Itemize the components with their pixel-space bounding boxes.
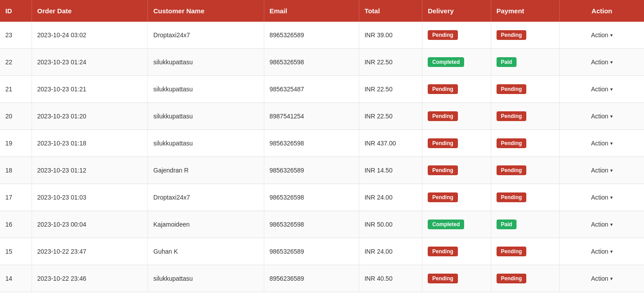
cell-customer-name: silukkupattasu (148, 130, 264, 157)
cell-customer-name: silukkupattasu (148, 103, 264, 130)
cell-id: 19 (0, 130, 32, 157)
payment-badge: Pending (497, 30, 526, 40)
table-row: 15 2023-10-22 23:47 Guhan K 9865326589 I… (0, 238, 644, 265)
cell-id: 15 (0, 238, 32, 265)
cell-order-date: 2023-10-23 01:12 (32, 157, 147, 184)
header-total: Total (359, 0, 422, 22)
header-action: Action (560, 0, 644, 22)
cell-delivery: Pending (422, 265, 491, 292)
table-row: 19 2023-10-23 01:18 silukkupattasu 98563… (0, 130, 644, 157)
cell-action[interactable]: Action (560, 103, 644, 130)
cell-email: 8965326589 (264, 22, 359, 49)
cell-delivery: Completed (422, 49, 491, 76)
delivery-badge: Pending (428, 84, 457, 94)
cell-action[interactable]: Action (560, 238, 644, 265)
payment-badge: Paid (497, 220, 517, 229)
action-button[interactable]: Action (588, 111, 616, 122)
cell-id: 22 (0, 49, 32, 76)
cell-delivery: Pending (422, 184, 491, 211)
cell-customer-name: Droptaxi24x7 (148, 184, 264, 211)
cell-id: 16 (0, 211, 32, 238)
cell-order-date: 2023-10-23 01:21 (32, 76, 147, 103)
cell-action[interactable]: Action (560, 76, 644, 103)
action-button[interactable]: Action (588, 138, 616, 149)
cell-payment: Pending (491, 22, 560, 49)
header-order-date: Order Date (32, 0, 147, 22)
cell-delivery: Pending (422, 157, 491, 184)
header-id: ID (0, 0, 32, 22)
action-button[interactable]: Action (588, 165, 616, 176)
action-button[interactable]: Action (588, 192, 616, 203)
delivery-badge: Completed (428, 57, 464, 67)
payment-badge: Pending (497, 84, 526, 94)
action-button[interactable]: Action (588, 219, 616, 230)
cell-payment: Pending (491, 130, 560, 157)
action-button[interactable]: Action (588, 57, 616, 67)
table-row: 20 2023-10-23 01:20 silukkupattasu 89875… (0, 103, 644, 130)
cell-id: 23 (0, 22, 32, 49)
cell-total: INR 24.00 (359, 238, 422, 265)
delivery-badge: Completed (428, 220, 464, 229)
cell-total: INR 40.50 (359, 265, 422, 292)
cell-email: 9865326598 (264, 211, 359, 238)
cell-customer-name: silukkupattasu (148, 76, 264, 103)
cell-action[interactable]: Action (560, 130, 644, 157)
header-payment: Payment (491, 0, 560, 22)
delivery-badge: Pending (428, 138, 457, 148)
header-row: ID Order Date Customer Name Email Total … (0, 0, 644, 22)
table-row: 18 2023-10-23 01:12 Gajendran R 98563265… (0, 157, 644, 184)
cell-total: INR 24.00 (359, 184, 422, 211)
payment-badge: Pending (497, 111, 526, 121)
cell-action[interactable]: Action (560, 49, 644, 76)
cell-total: INR 50.00 (359, 211, 422, 238)
orders-table: ID Order Date Customer Name Email Total … (0, 0, 644, 292)
action-button[interactable]: Action (588, 246, 616, 257)
cell-id: 14 (0, 265, 32, 292)
cell-email: 8987541254 (264, 103, 359, 130)
cell-customer-name: silukkupattasu (148, 265, 264, 292)
cell-order-date: 2023-10-22 23:46 (32, 265, 147, 292)
cell-payment: Pending (491, 103, 560, 130)
cell-order-date: 2023-10-22 23:47 (32, 238, 147, 265)
cell-delivery: Completed (422, 211, 491, 238)
cell-payment: Paid (491, 211, 560, 238)
cell-delivery: Pending (422, 238, 491, 265)
payment-badge: Pending (497, 165, 526, 175)
cell-customer-name: Kajamoideen (148, 211, 264, 238)
cell-action[interactable]: Action (560, 211, 644, 238)
cell-action[interactable]: Action (560, 22, 644, 49)
cell-customer-name: Guhan K (148, 238, 264, 265)
cell-action[interactable]: Action (560, 265, 644, 292)
delivery-badge: Pending (428, 247, 457, 256)
cell-delivery: Pending (422, 22, 491, 49)
action-button[interactable]: Action (588, 30, 616, 40)
cell-email: 9856325487 (264, 76, 359, 103)
cell-total: INR 22.50 (359, 76, 422, 103)
table-header: ID Order Date Customer Name Email Total … (0, 0, 644, 22)
cell-order-date: 2023-10-23 01:18 (32, 130, 147, 157)
cell-payment: Pending (491, 238, 560, 265)
cell-id: 17 (0, 184, 32, 211)
payment-badge: Pending (497, 138, 526, 148)
delivery-badge: Pending (428, 274, 457, 283)
header-delivery: Delivery (422, 0, 491, 22)
cell-email: 8956236589 (264, 265, 359, 292)
cell-email: 9865326589 (264, 238, 359, 265)
action-button[interactable]: Action (588, 84, 616, 94)
cell-customer-name: Droptaxi24x7 (148, 22, 264, 49)
cell-payment: Pending (491, 157, 560, 184)
cell-order-date: 2023-10-23 01:20 (32, 103, 147, 130)
cell-id: 21 (0, 76, 32, 103)
cell-delivery: Pending (422, 76, 491, 103)
payment-badge: Pending (497, 247, 526, 256)
cell-email: 9856326598 (264, 130, 359, 157)
table-row: 23 2023-10-24 03:02 Droptaxi24x7 8965326… (0, 22, 644, 49)
cell-email: 9865326598 (264, 49, 359, 76)
action-button[interactable]: Action (588, 273, 616, 284)
cell-total: INR 437.00 (359, 130, 422, 157)
payment-badge: Pending (497, 274, 526, 283)
cell-action[interactable]: Action (560, 184, 644, 211)
cell-action[interactable]: Action (560, 157, 644, 184)
cell-id: 20 (0, 103, 32, 130)
delivery-badge: Pending (428, 165, 457, 175)
